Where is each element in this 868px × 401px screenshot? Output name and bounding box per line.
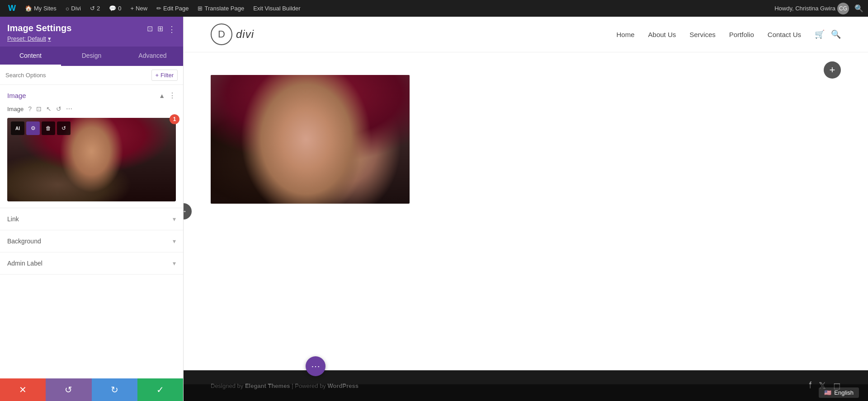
image-section: Image ▲ ⋮ Image ? ⊡ ↖ ↺ ⋯ 1 bbox=[0, 85, 183, 208]
select-icon[interactable]: ↖ bbox=[45, 104, 52, 113]
wp-admin-bar: W 🏠 My Sites ○ Divi ↺ 2 💬 0 + New ✏ Edit… bbox=[0, 0, 868, 17]
filter-icon: + bbox=[156, 72, 159, 79]
main-image[interactable] bbox=[211, 75, 410, 204]
divi-site[interactable]: ○ Divi bbox=[62, 0, 85, 17]
image-section-title[interactable]: Image bbox=[7, 92, 26, 99]
site-logo: D divi bbox=[211, 23, 254, 45]
filter-button[interactable]: + Filter bbox=[151, 70, 178, 81]
language-selector[interactable]: 🇺🇸 English bbox=[819, 387, 859, 398]
updates-button[interactable]: ↺ 2 bbox=[86, 0, 104, 17]
site-nav: Home About Us Services Portfolio Contact… bbox=[617, 29, 841, 39]
cancel-button[interactable]: ✕ bbox=[0, 378, 46, 401]
undo-image-icon[interactable]: ↺ bbox=[55, 104, 62, 113]
add-section-button[interactable]: + bbox=[824, 61, 841, 79]
minimize-icon[interactable]: ⊡ bbox=[147, 24, 153, 34]
search-icon[interactable]: 🔍 bbox=[854, 4, 863, 13]
settings-button[interactable]: ⚙ bbox=[26, 121, 40, 135]
logo-circle: D bbox=[211, 23, 232, 45]
image-options-icon[interactable]: ⋯ bbox=[65, 104, 73, 113]
more-options-icon[interactable]: ⋮ bbox=[168, 24, 176, 34]
admin-label-section-title: Admin Label bbox=[7, 260, 42, 267]
sidebar-title: Image Settings bbox=[7, 23, 71, 33]
language-label: English bbox=[834, 389, 854, 396]
image-preview-container: 1 AI ⚙ 🗑 ↺ bbox=[7, 118, 176, 201]
image-section-collapse[interactable]: ▲ bbox=[159, 92, 165, 99]
notification-badge: 1 bbox=[170, 114, 179, 124]
nav-contact-us[interactable]: Contact Us bbox=[768, 31, 801, 38]
my-sites-menu[interactable]: 🏠 My Sites bbox=[21, 0, 60, 17]
comments-button[interactable]: 💬 0 bbox=[105, 0, 125, 17]
image-section-more[interactable]: ⋮ bbox=[169, 91, 176, 100]
search-options-input[interactable] bbox=[5, 72, 148, 79]
new-content-button[interactable]: + New bbox=[127, 0, 151, 17]
expand-icon[interactable]: ⊞ bbox=[157, 24, 163, 34]
page-body: + ↔ bbox=[184, 52, 868, 370]
exit-visual-builder-button[interactable]: Exit Visual Builder bbox=[250, 0, 304, 17]
tab-content[interactable]: Content bbox=[0, 47, 61, 66]
mobile-view-icon[interactable]: ⊡ bbox=[35, 104, 42, 113]
search-bar: + Filter bbox=[0, 66, 183, 85]
save-button[interactable]: ✓ bbox=[137, 378, 183, 401]
undo-button[interactable]: ↺ bbox=[46, 378, 91, 401]
background-section-title: Background bbox=[7, 238, 41, 245]
admin-label-chevron-icon: ▾ bbox=[173, 260, 176, 267]
flag-icon: 🇺🇸 bbox=[824, 389, 831, 396]
sidebar-bottom-bar: ✕ ↺ ↻ ✓ bbox=[0, 378, 183, 401]
help-icon[interactable]: ? bbox=[27, 104, 33, 113]
logo-text: divi bbox=[236, 28, 254, 41]
nav-about-us[interactable]: About Us bbox=[648, 31, 676, 38]
redo-button[interactable]: ↻ bbox=[92, 378, 137, 401]
admin-label-section[interactable]: Admin Label ▾ bbox=[0, 252, 183, 275]
translate-page-button[interactable]: ⊞ Translate Page bbox=[194, 0, 248, 17]
background-chevron-icon: ▾ bbox=[173, 238, 176, 245]
settings-tabs: Content Design Advanced bbox=[0, 47, 183, 66]
link-section-title: Link bbox=[7, 215, 19, 223]
resize-handle[interactable]: ↔ bbox=[184, 203, 192, 219]
page-content: D divi Home About Us Services Portfolio … bbox=[184, 17, 868, 401]
sidebar-header: Image Settings ⊡ ⊞ ⋮ Preset: Default ▾ bbox=[0, 17, 183, 47]
tab-advanced[interactable]: Advanced bbox=[122, 47, 183, 66]
nav-portfolio[interactable]: Portfolio bbox=[729, 31, 754, 38]
delete-button[interactable]: 🗑 bbox=[42, 121, 55, 135]
user-avatar[interactable]: CG bbox=[837, 3, 849, 14]
site-header: D divi Home About Us Services Portfolio … bbox=[184, 17, 868, 52]
fab-button[interactable]: ⋯ bbox=[306, 356, 326, 376]
tab-design[interactable]: Design bbox=[61, 47, 122, 66]
bottom-overlay-bar: 🇺🇸 English bbox=[184, 384, 868, 401]
preset-selector[interactable]: Preset: Default ▾ bbox=[7, 35, 176, 42]
nav-home[interactable]: Home bbox=[617, 31, 635, 38]
cart-icon[interactable]: 🛒 bbox=[815, 29, 825, 39]
edit-page-button[interactable]: ✏ Edit Page bbox=[153, 0, 192, 17]
image-overlay-tools: AI ⚙ 🗑 ↺ bbox=[11, 121, 71, 135]
search-nav-icon[interactable]: 🔍 bbox=[831, 29, 841, 39]
link-chevron-icon: ▾ bbox=[173, 215, 176, 223]
background-section[interactable]: Background ▾ bbox=[0, 230, 183, 252]
sidebar: Image Settings ⊡ ⊞ ⋮ Preset: Default ▾ C… bbox=[0, 17, 184, 401]
image-preview[interactable]: AI ⚙ 🗑 ↺ bbox=[7, 118, 176, 201]
image-field-label: Image bbox=[7, 106, 24, 112]
howdy-text: Howdy, Christina Gwira bbox=[774, 5, 835, 12]
nav-services[interactable]: Services bbox=[689, 31, 716, 38]
wordpress-logo[interactable]: W bbox=[5, 0, 19, 17]
image-toolbar: ? ⊡ ↖ ↺ ⋯ bbox=[27, 104, 73, 113]
link-section[interactable]: Link ▾ bbox=[0, 208, 183, 230]
reset-button[interactable]: ↺ bbox=[57, 121, 71, 135]
image-field-row: Image ? ⊡ ↖ ↺ ⋯ bbox=[7, 104, 176, 113]
ai-button[interactable]: AI bbox=[11, 121, 24, 135]
